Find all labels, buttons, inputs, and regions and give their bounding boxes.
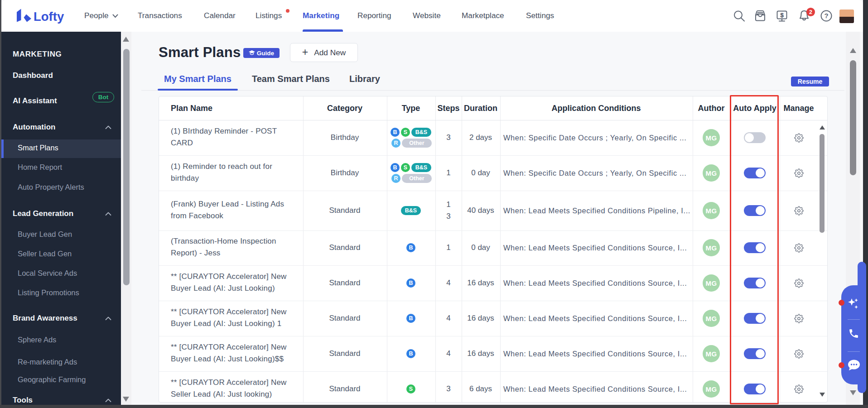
- svg-text:?: ?: [824, 12, 828, 19]
- svg-text:$: $: [780, 12, 784, 19]
